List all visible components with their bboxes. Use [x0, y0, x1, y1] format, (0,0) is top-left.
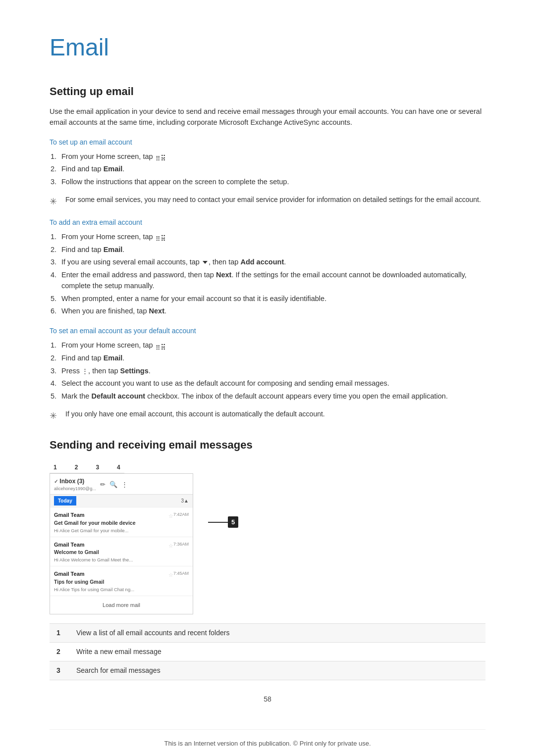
email-screen-header: ✓ Inbox (3) alicehoney1990@g... ✏ 🔍 ⋮ [50, 474, 193, 495]
email-item-1[interactable]: 7:36AM ☆ Gmail Team Welcome to Gmail Hi … [50, 537, 193, 567]
sending-receiving-title: Sending and receiving email messages [50, 437, 485, 453]
email-preview-0: Hi Alice Get Gmail for your mobile... [54, 527, 189, 534]
email-subject-0: Get Gmail for your mobile device [54, 519, 189, 527]
subsection-add-account: To add an extra email account From your … [50, 217, 485, 317]
feature-desc-3: Search for email messages [69, 661, 485, 680]
num-label-1: 1 [54, 463, 57, 472]
feature-desc-1: View a list of all email accounts and re… [69, 624, 485, 643]
feature-row-2: 2 Write a new email message [50, 643, 485, 661]
setting-up-email-section: Setting up email Use the email applicati… [50, 83, 485, 423]
setup-step-1: From your Home screen, tap ⠿. [58, 151, 485, 162]
email-subject-2: Tips for using Gmail [54, 578, 189, 586]
setup-step-2: Find and tap Email. [58, 164, 485, 175]
setting-up-email-title: Setting up email [50, 83, 485, 100]
sending-receiving-section: Sending and receiving email messages 1 2… [50, 437, 485, 681]
add-step-1: From your Home screen, tap ⠿. [58, 232, 485, 243]
default-step-1: From your Home screen, tap ⠿. [58, 340, 485, 351]
load-more-button[interactable]: Load more mail [50, 596, 193, 614]
setup-tip-text: For some email services, you may need to… [65, 195, 485, 205]
default-tip: ✳ If you only have one email account, th… [50, 409, 485, 423]
num-label-4: 4 [117, 463, 120, 472]
default-account-steps-list: From your Home screen, tap ⠿. Find and t… [58, 340, 485, 402]
feature-row-1: 1 View a list of all email accounts and … [50, 624, 485, 643]
default-step-2: Find and tap Email. [58, 353, 485, 364]
search-icon[interactable]: 🔍 [109, 480, 117, 490]
email-star-0[interactable]: ☆ [168, 512, 173, 520]
callout-5-marker: 5 [228, 516, 238, 528]
add-step-6: When you are finished, tap Next. [58, 306, 485, 317]
add-step-3: If you are using several email accounts,… [58, 257, 485, 268]
email-item-0[interactable]: 7:42AM ☆ Gmail Team Get Gmail for your m… [50, 507, 193, 537]
default-step-5: Mark the Default account checkbox. The i… [58, 391, 485, 402]
email-time-0: 7:42AM [173, 511, 189, 518]
email-item-2[interactable]: 7:45AM ☆ Gmail Team Tips for using Gmail… [50, 566, 193, 596]
page-title: Email [50, 30, 485, 65]
default-tip-text: If you only have one email account, this… [65, 409, 485, 419]
email-preview-2: Hi Alice Tips for using Gmail Chat ng... [54, 586, 189, 593]
email-screen-inbox-section: ✓ Inbox (3) alicehoney1990@g... [54, 477, 96, 493]
apps-icon: ⠿ [156, 153, 162, 160]
email-preview-1: Hi Alice Welcome to Gmail Meet the... [54, 556, 189, 563]
email-time-2: 7:45AM [173, 570, 189, 577]
setup-steps-list: From your Home screen, tap ⠿. Find and t… [58, 151, 485, 188]
screenshot-wrapper: 1 2 3 4 ✓ Inbox (3) alicehoney1990@g... … [50, 462, 193, 615]
setting-up-email-intro: Use the email application in your device… [50, 106, 485, 128]
subsection-default-title: To set an email account as your default … [50, 326, 485, 336]
email-account-label: alicehoney1990@g... [54, 486, 96, 493]
add-account-steps-list: From your Home screen, tap ⠿. Find and t… [58, 232, 485, 317]
subsection-setup: To set up an email account From your Hom… [50, 137, 485, 208]
email-today-right: 3▲ [181, 497, 189, 504]
email-subject-1: Welcome to Gmail [54, 549, 189, 556]
email-star-1[interactable]: ☆ [168, 542, 173, 550]
feature-row-3: 3 Search for email messages [50, 661, 485, 680]
num-label-3: 3 [96, 463, 99, 472]
email-today-badge: Today [54, 496, 76, 505]
subsection-setup-title: To set up an email account [50, 137, 485, 148]
compose-icon[interactable]: ✏ [100, 480, 106, 490]
num-label-2: 2 [75, 463, 78, 472]
apps-icon-2: ⠿ [156, 234, 162, 240]
default-step-3: Press ⋮, then tap Settings. [58, 366, 485, 377]
email-today-row: Today 3▲ [50, 495, 193, 507]
subsection-default-account: To set an email account as your default … [50, 326, 485, 423]
setup-tip: ✳ For some email services, you may need … [50, 195, 485, 208]
email-screenshot: ✓ Inbox (3) alicehoney1990@g... ✏ 🔍 ⋮ To… [50, 473, 193, 615]
menu-icon: ⋮ [82, 366, 88, 376]
default-step-4: Select the account you want to use as th… [58, 378, 485, 389]
add-step-5: When prompted, enter a name for your ema… [58, 294, 485, 304]
feature-table: 1 View a list of all email accounts and … [50, 623, 485, 680]
tip-icon-2: ✳ [50, 409, 60, 423]
setup-step-3: Follow the instructions that appear on t… [58, 177, 485, 188]
email-inbox-label: ✓ Inbox (3) [54, 477, 96, 486]
email-screenshot-container: 1 2 3 4 ✓ Inbox (3) alicehoney1990@g... … [50, 462, 485, 615]
email-star-2[interactable]: ☆ [168, 571, 173, 579]
more-options-icon[interactable]: ⋮ [121, 480, 128, 490]
feature-num-3: 3 [50, 661, 69, 680]
add-step-4: Enter the email address and password, th… [58, 270, 485, 292]
callout-5-area: 5 [208, 516, 238, 528]
page-footer: This is an Internet version of this publ… [50, 729, 485, 749]
feature-num-1: 1 [50, 624, 69, 643]
email-time-1: 7:36AM [173, 541, 189, 548]
screenshot-num-row: 1 2 3 4 [50, 462, 124, 473]
add-step-2: Find and tap Email. [58, 245, 485, 255]
down-arrow-icon [203, 261, 208, 264]
page-number: 58 [50, 694, 485, 705]
feature-num-2: 2 [50, 643, 69, 661]
tip-icon-1: ✳ [50, 195, 60, 208]
feature-desc-2: Write a new email message [69, 643, 485, 661]
apps-icon-3: ⠿ [156, 343, 162, 349]
email-screen-icons: ✏ 🔍 ⋮ [100, 480, 128, 490]
subsection-add-title: To add an extra email account [50, 217, 485, 228]
